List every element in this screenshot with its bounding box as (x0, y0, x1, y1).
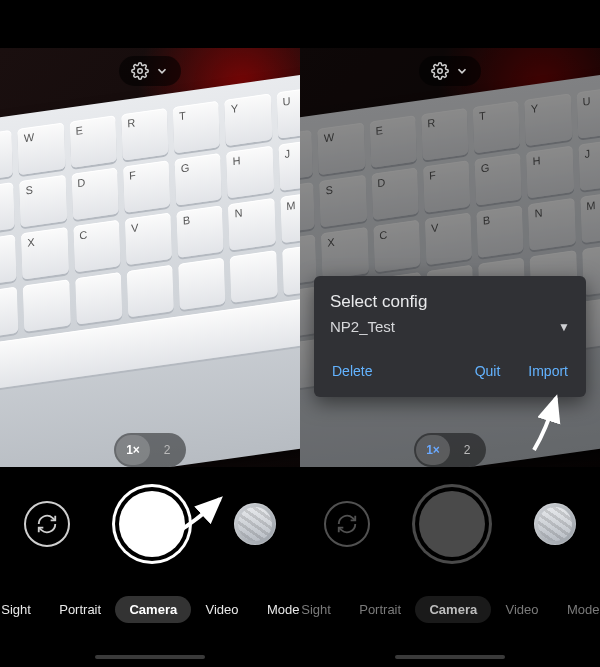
zoom-selector[interactable]: 1× 2 (414, 433, 486, 467)
zoom-2x[interactable]: 2 (150, 435, 184, 465)
mode-night-sight[interactable]: t Sight (0, 596, 45, 623)
dropdown-caret-icon: ▼ (558, 320, 570, 334)
gear-icon (131, 62, 149, 80)
mode-night-sight[interactable]: t Sight (300, 596, 345, 623)
statusbar-area (0, 0, 300, 48)
settings-pill[interactable] (119, 56, 181, 86)
dialog-title: Select config (330, 292, 570, 312)
mode-video[interactable]: Video (492, 596, 553, 623)
switch-camera-button[interactable] (24, 501, 70, 547)
keyboard-prop: QWERTYU ASDFGHJ ZXCVBNM (0, 71, 300, 468)
mode-video[interactable]: Video (192, 596, 253, 623)
camera-controls: t Sight Portrait Camera Video Modes (300, 467, 600, 667)
zoom-1x[interactable]: 1× (116, 435, 150, 465)
home-indicator (95, 655, 205, 659)
zoom-selector[interactable]: 1× 2 (114, 433, 186, 467)
mode-modes[interactable]: Modes (253, 596, 300, 623)
settings-pill[interactable] (419, 56, 481, 86)
statusbar-area (300, 0, 600, 48)
selected-config-label: NP2_Test (330, 318, 395, 335)
switch-camera-button[interactable] (324, 501, 370, 547)
chevron-down-icon (155, 64, 169, 78)
mode-modes[interactable]: Modes (553, 596, 600, 623)
camera-viewfinder: QWERTYU ASDFGHJ ZXCVBNM (0, 48, 300, 468)
home-indicator (395, 655, 505, 659)
select-config-dialog: Select config NP2_Test ▼ Delete Quit Imp… (314, 276, 586, 397)
mode-portrait[interactable]: Portrait (45, 596, 115, 623)
gallery-thumbnail[interactable] (234, 503, 276, 545)
svg-point-1 (438, 69, 443, 74)
screenshot-right: QWERTYU ASDFGHJ ZXCVBNM Select (300, 0, 600, 667)
camera-viewfinder: QWERTYU ASDFGHJ ZXCVBNM (300, 48, 600, 468)
import-button[interactable]: Import (526, 359, 570, 383)
mode-portrait[interactable]: Portrait (345, 596, 415, 623)
zoom-1x[interactable]: 1× (416, 435, 450, 465)
modal-backdrop (300, 48, 600, 468)
config-dropdown[interactable]: NP2_Test ▼ (330, 318, 570, 335)
camera-controls: t Sight Portrait Camera Video Modes (0, 467, 300, 667)
shutter-button[interactable] (119, 491, 185, 557)
shutter-button[interactable] (419, 491, 485, 557)
switch-camera-icon (336, 513, 358, 535)
gallery-thumbnail[interactable] (534, 503, 576, 545)
gear-icon (431, 62, 449, 80)
mode-selector[interactable]: t Sight Portrait Camera Video Modes (0, 589, 300, 629)
mode-selector[interactable]: t Sight Portrait Camera Video Modes (300, 589, 600, 629)
delete-button[interactable]: Delete (330, 359, 374, 383)
screenshot-left: QWERTYU ASDFGHJ ZXCVBNM 1× 2 (0, 0, 300, 667)
switch-camera-icon (36, 513, 58, 535)
quit-button[interactable]: Quit (473, 359, 503, 383)
zoom-2x[interactable]: 2 (450, 435, 484, 465)
mode-camera[interactable]: Camera (115, 596, 191, 623)
chevron-down-icon (455, 64, 469, 78)
svg-point-0 (138, 69, 143, 74)
mode-camera[interactable]: Camera (415, 596, 491, 623)
